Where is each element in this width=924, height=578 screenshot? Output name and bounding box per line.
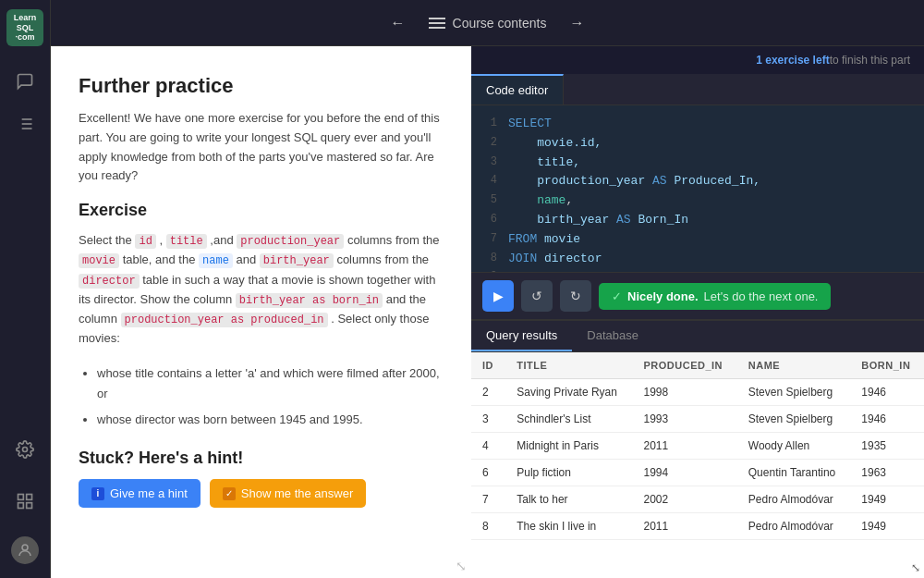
table-cell: 1949 bbox=[850, 486, 924, 513]
code-line: 4 production_year AS Produced_In, bbox=[471, 172, 924, 191]
code-director: director bbox=[79, 274, 140, 289]
line-content: production_year AS Produced_In, bbox=[508, 172, 760, 191]
show-answer-button[interactable]: ✓ Show me the answer bbox=[210, 479, 366, 508]
logo: Learn SQL ·com bbox=[6, 9, 43, 46]
table-cell: 4 bbox=[471, 433, 505, 460]
grid-icon[interactable] bbox=[8, 485, 42, 518]
table-cell: Pedro Almodóvar bbox=[737, 486, 851, 513]
line-number: 2 bbox=[480, 134, 508, 154]
exercise-count: 1 exercise left bbox=[756, 54, 829, 67]
hint-section: Stuck? Here's a hint! i Give me a hint ✓… bbox=[79, 449, 444, 508]
code-movie: movie bbox=[79, 253, 119, 268]
line-number: 8 bbox=[480, 250, 508, 269]
exercise-description: Select the id , title ,and production_ye… bbox=[79, 231, 444, 349]
list-icon[interactable] bbox=[8, 107, 42, 141]
table-cell: 1994 bbox=[632, 460, 736, 486]
table-cell: The skin I live in bbox=[505, 513, 632, 540]
table-cell: Woody Allen bbox=[737, 433, 851, 460]
main-content: ← Course contents → Further practice Exc… bbox=[51, 0, 924, 578]
run-icon: ▶ bbox=[493, 289, 504, 303]
action-bar: ▶ ↺ ↻ ✓ Nicely done. Let's do the next o… bbox=[471, 272, 924, 319]
menu-icon bbox=[429, 18, 445, 29]
give-hint-button[interactable]: i Give me a hint bbox=[79, 479, 201, 508]
line-number: 5 bbox=[480, 191, 508, 211]
give-hint-label: Give me a hint bbox=[110, 486, 188, 500]
code-line: 1SELECT bbox=[471, 115, 924, 134]
table-header: TITLE bbox=[505, 352, 632, 379]
chat-icon[interactable] bbox=[8, 65, 42, 98]
bullet-list: whose title contains a letter 'a' and wh… bbox=[97, 363, 444, 430]
avatar[interactable] bbox=[11, 536, 39, 564]
further-practice-heading: Further practice bbox=[79, 74, 444, 98]
hint-buttons: i Give me a hint ✓ Show me the answer bbox=[79, 479, 444, 508]
run-button[interactable]: ▶ bbox=[482, 280, 514, 312]
redo-icon: ↻ bbox=[570, 289, 581, 303]
back-button[interactable]: ← bbox=[386, 10, 410, 36]
line-content: JOIN director bbox=[508, 250, 602, 269]
nav-title: Course contents bbox=[429, 16, 547, 31]
table-row: 2Saving Private Ryan1998Steven Spielberg… bbox=[471, 379, 924, 406]
table-row: 7Talk to her2002Pedro Almodóvar1949 bbox=[471, 486, 924, 513]
redo-button[interactable]: ↻ bbox=[560, 280, 591, 312]
line-number: 4 bbox=[480, 172, 508, 191]
code-name: name bbox=[199, 253, 233, 268]
table-cell: 1993 bbox=[632, 406, 736, 433]
hint-icon: i bbox=[91, 487, 104, 500]
stuck-heading: Stuck? Here's a hint! bbox=[79, 449, 444, 468]
code-line: 3 title, bbox=[471, 154, 924, 173]
exercise-suffix: to finish this part bbox=[830, 54, 910, 67]
code-line: 6 birth_year AS Born_In bbox=[471, 211, 924, 230]
success-next: Let's do the next one. bbox=[704, 289, 819, 303]
table-cell: Saving Private Ryan bbox=[505, 379, 632, 406]
table-cell: 1998 bbox=[632, 379, 736, 406]
svg-rect-9 bbox=[27, 503, 32, 509]
results-section: Query results Database IDTITLEProduced_I… bbox=[471, 319, 924, 578]
table-header: Born_In bbox=[850, 352, 924, 379]
table-row: 6Pulp fiction1994Quentin Tarantino1963 bbox=[471, 460, 924, 486]
table-row: 3Schindler's List1993Steven Spielberg194… bbox=[471, 406, 924, 433]
table-cell: 6 bbox=[471, 460, 505, 486]
undo-icon: ↺ bbox=[531, 289, 542, 303]
resize-br[interactable]: ⤡ bbox=[911, 561, 920, 574]
query-results-tab[interactable]: Query results bbox=[471, 321, 572, 351]
code-area[interactable]: 1SELECT2 movie.id,3 title,4 production_y… bbox=[471, 105, 924, 272]
code-id: id bbox=[135, 234, 155, 249]
resize-handle[interactable]: ⤡ bbox=[456, 559, 467, 573]
svg-rect-10 bbox=[18, 503, 24, 509]
line-content: movie.id, bbox=[508, 134, 602, 154]
table-cell: 8 bbox=[471, 513, 505, 540]
forward-button[interactable]: → bbox=[565, 10, 589, 36]
table-row: 4Midnight in Paris2011Woody Allen1935 bbox=[471, 433, 924, 460]
svg-rect-8 bbox=[27, 495, 32, 500]
database-tab[interactable]: Database bbox=[572, 321, 653, 351]
undo-button[interactable]: ↺ bbox=[521, 280, 553, 312]
bullet-item-1: whose title contains a letter 'a' and wh… bbox=[97, 363, 444, 404]
table-cell: Midnight in Paris bbox=[505, 433, 632, 460]
code-line: 8JOIN director bbox=[471, 250, 924, 269]
lesson-panel: Further practice Excellent! We have one … bbox=[51, 46, 471, 578]
table-cell: 1963 bbox=[850, 460, 924, 486]
editor-tab-bar: Code editor bbox=[471, 74, 924, 105]
line-number: 3 bbox=[480, 154, 508, 173]
svg-point-11 bbox=[22, 545, 28, 550]
line-content: title, bbox=[508, 154, 580, 173]
code-line: 5 name, bbox=[471, 191, 924, 211]
success-text: Nicely done. bbox=[627, 289, 699, 303]
sidebar: Learn SQL ·com bbox=[0, 0, 51, 578]
code-production-year: production_year bbox=[237, 234, 344, 249]
code-birth-year: birth_year bbox=[260, 253, 334, 268]
table-cell: 1935 bbox=[850, 433, 924, 460]
code-birth-year-as: birth_year as born_in bbox=[236, 293, 383, 308]
line-content: SELECT bbox=[508, 115, 552, 134]
results-table-wrapper: IDTITLEProduced_InNAMEBorn_In2Saving Pri… bbox=[471, 352, 924, 578]
code-editor-tab[interactable]: Code editor bbox=[471, 74, 564, 105]
table-cell: Steven Spielberg bbox=[737, 379, 851, 406]
bullet-item-2: whose director was born between 1945 and… bbox=[97, 410, 444, 430]
table-cell: Schindler's List bbox=[505, 406, 632, 433]
svg-point-6 bbox=[23, 448, 28, 452]
settings-icon[interactable] bbox=[8, 433, 42, 466]
line-number: 7 bbox=[480, 230, 508, 250]
code-title: title bbox=[166, 234, 207, 249]
table-header: Produced_In bbox=[632, 352, 736, 379]
top-nav: ← Course contents → bbox=[51, 0, 924, 46]
